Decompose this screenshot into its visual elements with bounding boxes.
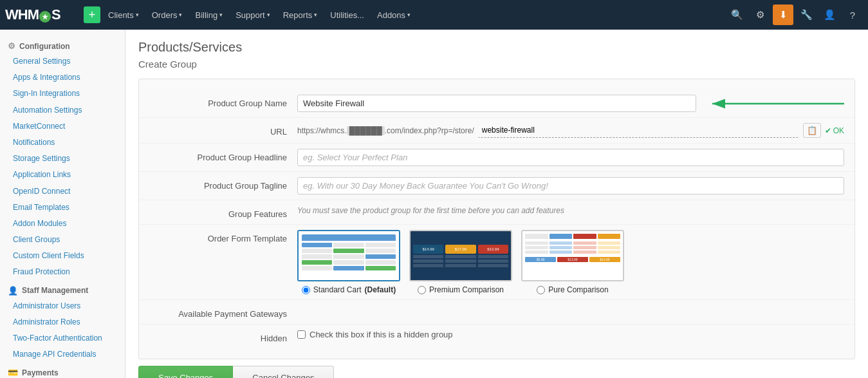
arrow-svg: [703, 97, 844, 110]
sidebar-item-admin-roles[interactable]: Administrator Roles: [0, 314, 125, 330]
sidebar-item-api-credentials[interactable]: Manage API Credentials: [0, 346, 125, 363]
template-pure: $5.99 $13.99 $15.99 Pure Comparison: [521, 230, 624, 294]
sidebar-item-notifications[interactable]: Notifications: [0, 135, 125, 151]
headline-row: Product Group Headline: [139, 144, 854, 172]
gear-icon[interactable]: ⚙: [750, 5, 770, 25]
template-standard-label[interactable]: Standard Cart (Default): [302, 285, 396, 294]
hidden-checkbox-text: Check this box if this is a hidden group: [309, 330, 453, 339]
template-pure-label[interactable]: Pure Comparison: [537, 285, 608, 294]
nav-support[interactable]: Support▾: [230, 6, 275, 24]
sidebar-section-configuration: ⚙ Configuration: [0, 36, 125, 53]
template-standard: Standard Cart (Default): [297, 230, 400, 294]
nav-orders[interactable]: Orders▾: [147, 6, 188, 24]
sidebar-section-payments: 💳 Payments: [0, 363, 125, 378]
hidden-checkbox-row: Check this box if this is a hidden group: [297, 330, 844, 339]
sidebar-item-admin-users[interactable]: Administrator Users: [0, 298, 125, 314]
tagline-label: Product Group Tagline: [149, 177, 297, 191]
hidden-row: Hidden Check this box if this is a hidde…: [139, 325, 854, 348]
url-ok-indicator: ✔ OK: [825, 126, 844, 135]
sidebar-item-signin-integrations[interactable]: Sign-In Integrations: [0, 86, 125, 102]
template-premium: $14.99 $17.99: [409, 230, 512, 294]
headline-input[interactable]: [297, 149, 844, 166]
sidebar-item-automation-settings[interactable]: Automation Settings: [0, 102, 125, 118]
sidebar-section-staff: 👤 Staff Management: [0, 281, 125, 298]
bottom-buttons: Save Changes Cancel Changes: [138, 366, 855, 378]
template-standard-thumb: [297, 230, 400, 281]
logo: WHM★S: [5, 3, 76, 26]
top-navigation: WHM★S + Clients▾ Orders▾ Billing▾ Suppor…: [0, 0, 868, 30]
template-premium-label[interactable]: Premium Comparison: [418, 285, 504, 294]
cancel-changes-button[interactable]: Cancel Changes: [233, 366, 334, 378]
sidebar-item-openid-connect[interactable]: OpenID Connect: [0, 184, 125, 200]
url-copy-button[interactable]: 📋: [803, 123, 821, 138]
main-layout: ⚙ Configuration General Settings Apps & …: [0, 30, 868, 378]
order-form-label: Order Form Template: [149, 230, 297, 243]
payment-gateways-row: Available Payment Gateways: [139, 300, 854, 325]
product-group-name-input[interactable]: [297, 95, 696, 112]
tagline-input[interactable]: [297, 177, 844, 194]
help-icon[interactable]: ?: [842, 5, 863, 25]
sidebar-item-marketconnect[interactable]: MarketConnect: [0, 118, 125, 135]
sidebar-item-apps-integrations[interactable]: Apps & Integrations: [0, 70, 125, 86]
sidebar-item-client-groups[interactable]: Client Groups: [0, 232, 125, 248]
page-title: Products/Services: [138, 40, 855, 55]
features-row: Group Features You must save the product…: [139, 200, 854, 225]
staff-icon: 👤: [8, 286, 18, 296]
nav-clients[interactable]: Clients▾: [103, 6, 144, 24]
sidebar-item-storage-settings[interactable]: Storage Settings: [0, 151, 125, 167]
configuration-icon: ⚙: [8, 41, 15, 51]
url-field: https://whmcs.██████.com/index.php?rp=/s…: [297, 123, 844, 138]
features-notice: You must save the product group for the …: [297, 202, 564, 215]
payments-icon: 💳: [8, 368, 18, 377]
sidebar-item-two-factor[interactable]: Two-Factor Authentication: [0, 330, 125, 346]
search-icon[interactable]: 🔍: [726, 5, 747, 25]
template-options: Standard Cart (Default) $14.99: [297, 230, 844, 294]
add-button[interactable]: +: [84, 6, 100, 23]
headline-field: [297, 149, 844, 166]
form-panel: Product Group Name: [138, 79, 855, 359]
features-field: You must save the product group for the …: [297, 205, 844, 215]
payment-gateways-label: Available Payment Gateways: [149, 305, 297, 319]
product-group-name-row: Product Group Name: [139, 90, 854, 118]
order-form-template-row: Order Form Template: [139, 225, 854, 300]
hidden-checkbox[interactable]: [297, 330, 306, 339]
nav-addons[interactable]: Addons▾: [372, 6, 416, 24]
order-form-field: Standard Cart (Default) $14.99: [297, 230, 844, 294]
features-label: Group Features: [149, 205, 297, 219]
hidden-field: Check this box if this is a hidden group: [297, 330, 844, 339]
sidebar-item-general-settings[interactable]: General Settings: [0, 53, 125, 70]
nav-billing[interactable]: Billing▾: [190, 6, 228, 24]
template-standard-radio[interactable]: [302, 286, 310, 294]
download-icon[interactable]: ⬇: [773, 5, 793, 25]
arrow-indicator: [703, 97, 844, 110]
hidden-label: Hidden: [149, 330, 297, 343]
url-slug-input[interactable]: [478, 123, 799, 138]
template-pure-radio[interactable]: [537, 286, 545, 294]
headline-label: Product Group Headline: [149, 149, 297, 162]
page-subtitle: Create Group: [138, 59, 855, 70]
wrench-icon[interactable]: 🔧: [796, 5, 817, 25]
tagline-field: [297, 177, 844, 194]
template-premium-radio[interactable]: [418, 286, 426, 294]
tagline-row: Product Group Tagline: [139, 172, 854, 200]
nav-right-icons: 🔍 ⚙ ⬇ 🔧 👤 ?: [726, 5, 863, 25]
sidebar: ⚙ Configuration General Settings Apps & …: [0, 30, 125, 378]
sidebar-item-custom-client-fields[interactable]: Custom Client Fields: [0, 248, 125, 264]
template-pure-thumb: $5.99 $13.99 $15.99: [521, 230, 624, 281]
sidebar-item-email-templates[interactable]: Email Templates: [0, 200, 125, 216]
sidebar-item-fraud-protection[interactable]: Fraud Protection: [0, 264, 125, 280]
nav-reports[interactable]: Reports▾: [278, 6, 323, 24]
nav-utilities[interactable]: Utilities...: [325, 6, 369, 24]
sidebar-item-addon-modules[interactable]: Addon Modules: [0, 216, 125, 232]
url-label: URL: [149, 123, 297, 137]
url-row: URL https://whmcs.██████.com/index.php?r…: [139, 118, 854, 144]
product-group-name-label: Product Group Name: [149, 95, 297, 108]
url-row-inner: https://whmcs.██████.com/index.php?rp=/s…: [297, 123, 844, 138]
save-changes-button[interactable]: Save Changes: [138, 366, 233, 378]
sidebar-item-application-links[interactable]: Application Links: [0, 167, 125, 183]
main-content: Products/Services Create Group Product G…: [125, 30, 868, 378]
product-group-name-field: [297, 95, 844, 112]
user-icon[interactable]: 👤: [819, 5, 840, 25]
url-base-text: https://whmcs.██████.com/index.php?rp=/s…: [297, 126, 474, 135]
template-premium-thumb: $14.99 $17.99: [409, 230, 512, 281]
